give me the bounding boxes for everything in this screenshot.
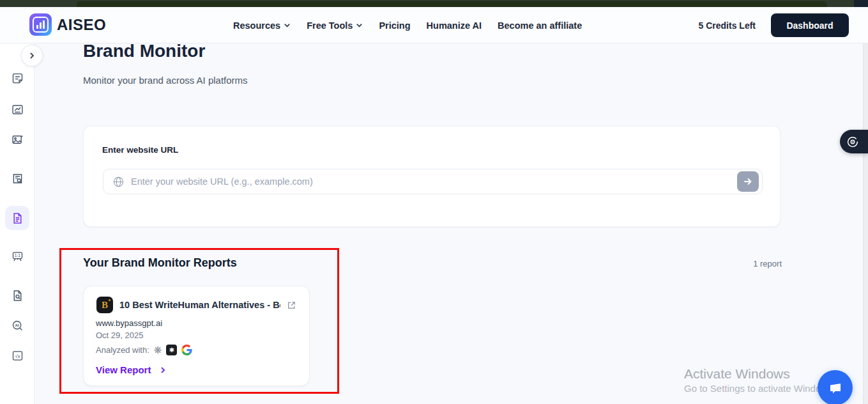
sidebar-item-analytics[interactable] bbox=[5, 97, 29, 121]
svg-text:√x: √x bbox=[15, 353, 20, 359]
chevron-down-icon bbox=[356, 22, 363, 29]
url-field-label: Enter website URL bbox=[102, 145, 178, 155]
external-link-icon[interactable] bbox=[287, 300, 296, 310]
page-subtitle: Monitor your brand across AI platforms bbox=[83, 75, 248, 86]
board-1-1-icon: 1-1 bbox=[11, 250, 24, 263]
submit-url-button[interactable] bbox=[737, 171, 759, 192]
browser-top-strip-inner bbox=[77, 1, 827, 7]
sidebar-item-editor[interactable] bbox=[5, 66, 29, 91]
openai-icon: ❋ bbox=[154, 345, 162, 355]
sidebar-item-seo-search[interactable] bbox=[5, 166, 29, 190]
view-report-label: View Report bbox=[96, 364, 151, 375]
nav-right: 5 Credits Left Dashboard bbox=[699, 7, 849, 43]
arrow-right-icon bbox=[743, 176, 753, 187]
sidebar-item-brand-monitor[interactable] bbox=[5, 206, 29, 230]
report-count-label: 1 report bbox=[718, 259, 782, 268]
brand-name: AISEO bbox=[57, 16, 106, 34]
site-favicon: B bbox=[96, 297, 113, 313]
sidebar-item-image-generator[interactable] bbox=[5, 127, 29, 152]
nav-item-label: Humanize AI bbox=[427, 20, 482, 31]
credits-left-label: 5 Credits Left bbox=[699, 20, 756, 31]
concentric-circles-icon bbox=[846, 135, 860, 149]
page-magnifier-icon bbox=[11, 289, 24, 302]
reports-section-heading: Your Brand Monitor Reports bbox=[83, 256, 237, 270]
report-card[interactable]: B 10 Best WriteHuman Alternatives - Bett… bbox=[83, 286, 310, 386]
document-icon bbox=[11, 212, 24, 225]
note-edit-icon bbox=[11, 72, 24, 86]
dashboard-button[interactable]: Dashboard bbox=[771, 13, 849, 37]
nav-item-label: Resources bbox=[233, 20, 280, 31]
nav-item-free-tools[interactable]: Free Tools bbox=[307, 20, 363, 31]
chart-frame-icon bbox=[11, 103, 24, 116]
view-report-link[interactable]: View Report bbox=[96, 364, 167, 375]
side-widget-tab[interactable] bbox=[840, 130, 868, 153]
svg-text:AI: AI bbox=[15, 322, 19, 327]
url-input-wrap bbox=[103, 169, 763, 194]
ai-magnifier-icon: AI bbox=[11, 319, 24, 332]
sidebar-item-one-to-one-board[interactable]: 1-1 bbox=[5, 244, 29, 268]
document-search-icon bbox=[11, 172, 24, 185]
nav-item-label: Free Tools bbox=[307, 20, 353, 31]
chevron-right-icon bbox=[28, 52, 36, 59]
google-icon bbox=[181, 345, 192, 355]
chevron-down-icon bbox=[284, 22, 291, 29]
analyzed-with-label: Analyzed with: bbox=[96, 345, 149, 355]
report-date: Oct 29, 2025 bbox=[96, 330, 143, 340]
url-entry-card: Enter website URL bbox=[83, 126, 780, 227]
browser-top-strip-corner bbox=[854, 0, 868, 7]
nav-item-label: Become an affiliate bbox=[498, 20, 582, 31]
analyzed-with-row: Analyzed with: ❋ ✱ bbox=[96, 345, 192, 355]
activate-windows-subtext: Go to Settings to activate Windows. bbox=[684, 383, 835, 394]
nav-item-resources[interactable]: Resources bbox=[233, 20, 291, 31]
svg-text:1-1: 1-1 bbox=[14, 252, 20, 257]
sidebar-item-document-review[interactable] bbox=[5, 283, 29, 307]
aiseo-logo-icon bbox=[29, 13, 52, 36]
aiseo-logo[interactable]: AISEO bbox=[29, 13, 106, 36]
report-title: 10 Best WriteHuman Alternatives - Bett..… bbox=[119, 300, 280, 310]
image-sparkle-icon bbox=[11, 133, 24, 146]
sqrt-icon: √x bbox=[11, 349, 24, 362]
nav-item-become-affiliate[interactable]: Become an affiliate bbox=[498, 20, 582, 31]
nav-menu: Resources Free Tools Pricing Humanize AI… bbox=[233, 7, 582, 43]
nav-item-label: Pricing bbox=[379, 20, 410, 31]
page-title: Brand Monitor bbox=[83, 41, 205, 61]
globe-icon bbox=[112, 176, 125, 188]
website-url-input[interactable] bbox=[125, 176, 737, 187]
nav-item-pricing[interactable]: Pricing bbox=[379, 20, 410, 31]
sidebar-item-math-tool[interactable]: √x bbox=[5, 343, 29, 368]
claude-icon: ✱ bbox=[166, 345, 177, 355]
chevron-right-icon bbox=[159, 366, 167, 374]
chat-launcher-button[interactable] bbox=[818, 370, 853, 404]
chat-bubble-icon bbox=[826, 379, 844, 397]
top-navbar: AISEO Resources Free Tools Pricing Human… bbox=[0, 7, 868, 43]
browser-top-strip bbox=[0, 0, 868, 7]
report-site-url: www.bypassgpt.ai bbox=[96, 318, 162, 328]
sidebar-item-ai-detector[interactable]: AI bbox=[5, 313, 29, 338]
sidebar-expand-button[interactable] bbox=[21, 45, 43, 66]
nav-item-humanize-ai[interactable]: Humanize AI bbox=[427, 20, 482, 31]
page-scrollbar[interactable] bbox=[863, 43, 868, 404]
report-card-header: B 10 Best WriteHuman Alternatives - Bett… bbox=[96, 297, 298, 313]
activate-windows-watermark: Activate Windows bbox=[684, 366, 790, 382]
